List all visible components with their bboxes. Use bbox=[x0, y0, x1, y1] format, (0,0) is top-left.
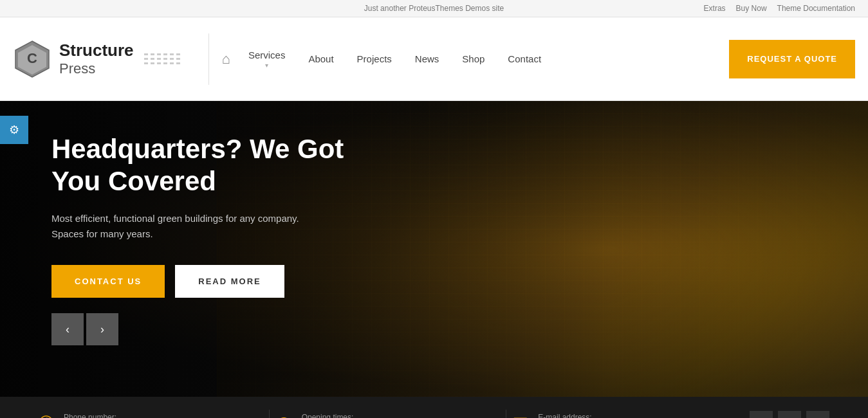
nav-shop[interactable]: Shop bbox=[450, 53, 496, 64]
hours-info: ◷ Opening times: Mon - Sat: 7.00 - 18:00 bbox=[276, 412, 500, 419]
info-bar: ✆ Phone number: 1-800-506-266 ◷ Opening … bbox=[0, 397, 868, 418]
nav-contact[interactable]: Contact bbox=[496, 53, 553, 64]
twitter-icon[interactable]: t bbox=[778, 411, 801, 418]
chevron-right-icon: › bbox=[100, 323, 104, 336]
buy-now-link[interactable]: Buy Now bbox=[736, 4, 767, 13]
nav-projects[interactable]: Projects bbox=[346, 53, 403, 64]
top-bar: Just another ProteusThemes Demos site Ex… bbox=[0, 0, 868, 17]
facebook-icon[interactable]: f bbox=[750, 411, 773, 418]
request-quote-button[interactable]: REQUEST A QUOTE bbox=[729, 40, 855, 78]
hours-text: Opening times: Mon - Sat: 7.00 - 18:00 bbox=[302, 413, 403, 419]
logo-icon[interactable]: C bbox=[13, 40, 51, 78]
home-icon[interactable]: ⌂ bbox=[222, 51, 230, 68]
gear-icon: ⚙ bbox=[9, 123, 19, 137]
youtube-icon[interactable]: ▶ bbox=[806, 411, 829, 418]
logo-text: Structure Press bbox=[59, 41, 134, 78]
contact-us-button[interactable]: CONTACT US bbox=[51, 265, 165, 298]
top-bar-links: Extras Buy Now Theme Documentation bbox=[704, 4, 855, 13]
settings-button[interactable]: ⚙ bbox=[0, 116, 28, 144]
hero-title: Headquarters? We Got You Covered bbox=[51, 133, 386, 198]
logo-decoration bbox=[144, 53, 183, 64]
nav-news[interactable]: News bbox=[403, 53, 451, 64]
theme-doc-link[interactable]: Theme Documentation bbox=[777, 4, 855, 13]
email-text: E-mail address: info[at]structure.com bbox=[538, 413, 635, 419]
info-divider-2 bbox=[506, 410, 506, 418]
clock-icon: ◷ bbox=[276, 412, 291, 419]
email-info: ✉ E-mail address: info[at]structure.com bbox=[513, 412, 737, 419]
chevron-left-icon: ‹ bbox=[66, 323, 69, 336]
main-nav: Services ▾ About Projects News Shop Cont… bbox=[237, 50, 729, 69]
hero-content: Headquarters? We Got You Covered Most ef… bbox=[51, 133, 386, 298]
phone-icon: ✆ bbox=[39, 412, 53, 419]
hero-buttons: CONTACT US READ MORE bbox=[51, 265, 386, 298]
slider-next-button[interactable]: › bbox=[86, 313, 118, 345]
header-divider bbox=[208, 33, 209, 85]
hero-subtitle: Most efficient, functional green buildin… bbox=[51, 211, 386, 242]
phone-label: Phone number: bbox=[64, 413, 127, 419]
logo-area: C Structure Press bbox=[13, 40, 183, 78]
phone-text: Phone number: 1-800-506-266 bbox=[64, 413, 127, 419]
brand-sub: Press bbox=[59, 60, 134, 77]
read-more-button[interactable]: READ MORE bbox=[175, 265, 284, 298]
phone-info: ✆ Phone number: 1-800-506-266 bbox=[39, 412, 263, 419]
chevron-down-icon: ▾ bbox=[265, 62, 268, 69]
svg-text:C: C bbox=[27, 50, 37, 66]
slider-prev-button[interactable]: ‹ bbox=[51, 313, 84, 345]
hero-section: Headquarters? We Got You Covered Most ef… bbox=[0, 101, 868, 397]
info-divider-1 bbox=[269, 410, 270, 418]
site-tagline: Just another ProteusThemes Demos site bbox=[364, 4, 504, 13]
site-header: C Structure Press ⌂ Services ▾ About Pro… bbox=[0, 17, 868, 101]
extras-link[interactable]: Extras bbox=[704, 4, 726, 13]
email-icon: ✉ bbox=[513, 412, 528, 419]
nav-services[interactable]: Services ▾ bbox=[237, 50, 297, 69]
nav-about[interactable]: About bbox=[297, 53, 345, 64]
email-label: E-mail address: bbox=[538, 413, 635, 419]
brand-name: Structure bbox=[59, 41, 134, 60]
hours-label: Opening times: bbox=[302, 413, 403, 419]
social-icons: f t ▶ bbox=[750, 411, 829, 418]
